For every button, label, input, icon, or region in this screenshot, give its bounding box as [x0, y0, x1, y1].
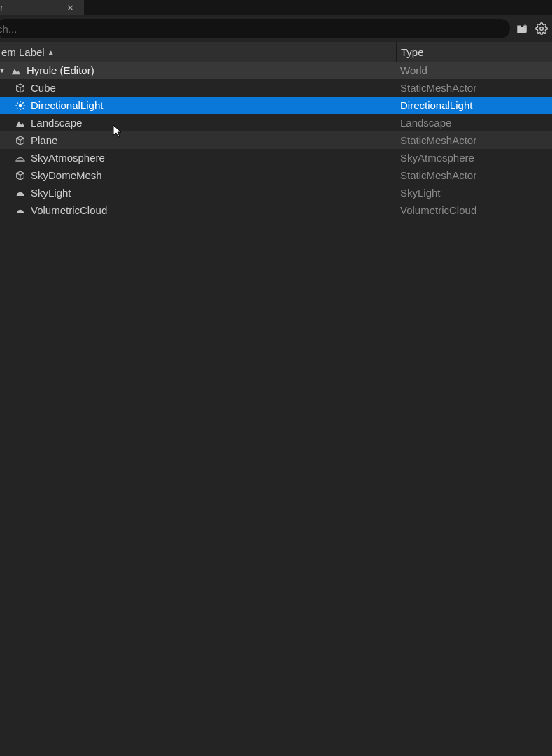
- toolbar: [0, 15, 552, 42]
- actor-row[interactable]: PlaneStaticMeshActor: [0, 131, 552, 149]
- actor-name: VolumetricCloud: [31, 204, 107, 216]
- column-label-text: em Label: [1, 46, 45, 58]
- world-type: World: [396, 64, 552, 76]
- actor-name: Landscape: [31, 117, 82, 129]
- column-header-type[interactable]: Type: [396, 42, 552, 62]
- world-name: Hyrule (Editor): [27, 64, 94, 76]
- mesh-icon: [14, 134, 27, 147]
- mesh-icon: [14, 169, 27, 182]
- actor-name: SkyLight: [31, 187, 71, 199]
- actor-type: StaticMeshActor: [396, 82, 552, 94]
- world-icon: [10, 64, 22, 77]
- search-input[interactable]: [0, 23, 500, 35]
- actor-type: Landscape: [396, 117, 552, 129]
- actor-row[interactable]: DirectionalLightDirectionalLight: [0, 97, 552, 114]
- outliner-tree: ▼ Hyrule (Editor) World CubeStaticMeshAc…: [0, 62, 552, 219]
- column-headers: em Label ▲ Type: [0, 42, 552, 62]
- mesh-icon: [14, 82, 27, 94]
- tab-bar: r ✕: [0, 0, 552, 15]
- actor-name: SkyAtmosphere: [31, 152, 105, 164]
- dome-icon: [14, 187, 27, 199]
- expand-icon[interactable]: ▼: [0, 67, 6, 74]
- world-root-row[interactable]: ▼ Hyrule (Editor) World: [0, 62, 552, 79]
- settings-button[interactable]: [534, 21, 549, 36]
- svg-point-4: [540, 27, 544, 31]
- landscape-icon: [14, 117, 27, 129]
- actor-type: StaticMeshActor: [396, 134, 552, 146]
- actor-row[interactable]: SkyAtmosphereSkyAtmosphere: [0, 149, 552, 166]
- dome-icon: [14, 204, 27, 217]
- actor-name: Cube: [31, 82, 56, 94]
- actor-row[interactable]: LandscapeLandscape: [0, 114, 552, 131]
- actor-type: DirectionalLight: [396, 99, 552, 111]
- actor-row[interactable]: CubeStaticMeshActor: [0, 79, 552, 97]
- column-header-label[interactable]: em Label ▲: [0, 46, 396, 58]
- actor-name: Plane: [31, 134, 57, 146]
- actor-name: SkyDomeMesh: [31, 169, 102, 181]
- sort-asc-icon: ▲: [48, 48, 55, 56]
- actor-row[interactable]: SkyLightSkyLight: [0, 184, 552, 201]
- tab-title: r: [0, 2, 65, 13]
- actor-type: VolumetricCloud: [396, 204, 552, 216]
- actor-type: SkyLight: [396, 187, 552, 199]
- actor-type: StaticMeshActor: [396, 169, 552, 181]
- actor-type: SkyAtmosphere: [396, 152, 552, 164]
- add-folder-button[interactable]: [514, 21, 530, 36]
- atmosphere-icon: [14, 152, 27, 164]
- close-icon[interactable]: ✕: [65, 3, 76, 13]
- column-type-text: Type: [401, 46, 424, 58]
- outliner-tab[interactable]: r ✕: [0, 0, 84, 15]
- actor-row[interactable]: VolumetricCloudVolumetricCloud: [0, 201, 552, 219]
- actor-row[interactable]: SkyDomeMeshStaticMeshActor: [0, 166, 552, 184]
- sun-icon: [14, 99, 27, 112]
- search-box[interactable]: [0, 19, 510, 38]
- actor-name: DirectionalLight: [31, 99, 103, 111]
